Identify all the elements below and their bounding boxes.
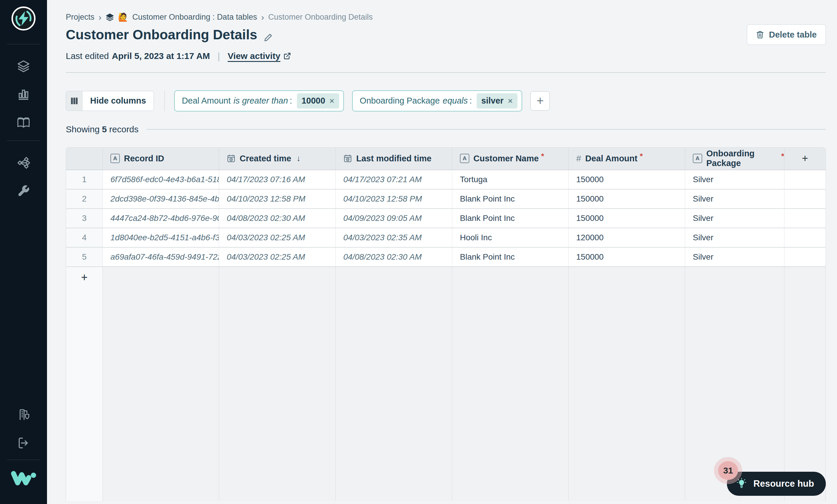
cell-last-modified[interactable]: 04/03/2023 02:35 AM	[335, 228, 452, 247]
cell-created-time[interactable]: 04/08/2023 02:30 AM	[219, 209, 335, 228]
remove-filter-icon[interactable]: ×	[508, 96, 513, 106]
remove-filter-icon[interactable]: ×	[329, 96, 335, 106]
table-row[interactable]: 1 6f7d586f-edc0-4e43-b6a1-518 04/17/2023…	[66, 170, 825, 189]
filter-chip-deal-amount[interactable]: Deal Amount is greater than : 10000 ×	[174, 90, 344, 111]
add-filter-button[interactable]: +	[530, 91, 550, 111]
trash-icon	[756, 30, 764, 39]
delete-table-button[interactable]: Delete table	[747, 24, 826, 45]
resource-hub-label: Resource hub	[753, 479, 814, 489]
add-row-button[interactable]: +	[66, 267, 103, 501]
column-header-last-modified[interactable]: Last modified time	[335, 148, 452, 170]
cell-last-modified[interactable]: 04/08/2023 02:30 AM	[335, 248, 452, 266]
cell-onboarding-package[interactable]: Silver	[685, 189, 784, 208]
column-header-onboarding-package[interactable]: A Onboarding Package *	[685, 148, 784, 170]
cell-last-modified[interactable]: 04/17/2023 07:21 AM	[335, 170, 452, 189]
required-icon: *	[640, 152, 643, 161]
resource-hub-button[interactable]: 31 Resource hub	[727, 472, 826, 496]
cell-created-time[interactable]: 04/10/2023 12:58 PM	[219, 189, 335, 208]
record-count-row: Showing 5 records	[66, 124, 826, 134]
filter-operator: equals	[443, 96, 467, 106]
app-logo[interactable]	[12, 6, 36, 31]
cell-created-time[interactable]: 04/03/2023 02:25 AM	[219, 228, 335, 247]
page-header: Customer Onboarding Details Delete table	[66, 27, 826, 43]
cell-deal-amount[interactable]: 150000	[568, 189, 685, 208]
view-activity-link[interactable]: View activity	[228, 51, 291, 61]
cell-last-modified[interactable]: 04/09/2023 09:05 AM	[335, 209, 452, 228]
cell-customer-name[interactable]: Blank Point Inc	[452, 248, 568, 266]
column-header-record-id[interactable]: A Record ID	[103, 148, 219, 170]
column-header-customer-name[interactable]: A Customer Name *	[452, 148, 568, 170]
empty-column-area	[103, 267, 219, 501]
sidebar-divider	[7, 44, 40, 44]
table-row[interactable]: 5 a69afa07-46fa-459d-9491-722 04/03/2023…	[66, 248, 825, 267]
hide-columns-button[interactable]: Hide columns	[66, 91, 154, 111]
notification-badge: 31	[718, 461, 738, 480]
hide-columns-label: Hide columns	[83, 91, 154, 111]
cell-onboarding-package[interactable]: Silver	[685, 170, 784, 189]
wrench-icon	[17, 185, 30, 198]
plus-icon: +	[81, 271, 88, 284]
cell-last-modified[interactable]: 04/10/2023 12:58 PM	[335, 189, 452, 208]
breadcrumb-project[interactable]: Customer Onboarding : Data tables	[132, 13, 257, 22]
column-header-created-time[interactable]: Created time ↓	[219, 148, 335, 170]
meta-row: Last edited April 5, 2023 at 1:17 AM | V…	[66, 51, 826, 62]
project-emoji: 🙋	[118, 12, 128, 22]
sidebar-item-reports[interactable]	[17, 88, 30, 101]
cell-deal-amount[interactable]: 120000	[568, 228, 685, 247]
sidebar-item-workflows[interactable]	[17, 156, 30, 170]
cell-customer-name[interactable]: Tortuga	[452, 170, 568, 189]
workflow86-logo[interactable]	[10, 470, 37, 488]
cell-record-id[interactable]: a69afa07-46fa-459d-9491-722	[103, 248, 219, 266]
calendar-clock-icon	[227, 154, 235, 163]
number-type-icon: #	[576, 153, 581, 163]
add-column-button[interactable]: +	[784, 148, 825, 170]
empty-column-area	[784, 267, 825, 501]
last-edited-value: April 5, 2023 at 1:17 AM	[112, 51, 210, 61]
filter-value: silver	[481, 96, 504, 106]
chevron-right-icon: ›	[261, 13, 264, 22]
cell-record-id[interactable]: 1d8040ee-b2d5-4151-a4b6-f3	[103, 228, 219, 247]
sidebar-item-datatables[interactable]	[17, 59, 30, 73]
data-table: A Record ID Created time ↓ Last modifi	[66, 147, 826, 501]
table-header-row: A Record ID Created time ↓ Last modifi	[66, 148, 825, 170]
edit-title-icon[interactable]	[264, 33, 272, 43]
filter-toolbar: Hide columns Deal Amount is greater than…	[66, 90, 826, 111]
record-count: 5	[102, 124, 107, 134]
sidebar-divider	[7, 141, 40, 141]
cell-empty	[784, 209, 825, 228]
cell-record-id[interactable]: 4447ca24-8b72-4bd6-976e-90	[103, 209, 219, 228]
cell-created-time[interactable]: 04/03/2023 02:25 AM	[219, 248, 335, 266]
sidebar-item-logout[interactable]	[17, 436, 30, 450]
last-edited-label: Last edited	[66, 51, 109, 61]
cell-deal-amount[interactable]: 150000	[568, 248, 685, 266]
log-out-icon	[17, 436, 30, 449]
filter-operator: is greater than	[233, 96, 288, 106]
required-icon: *	[541, 152, 544, 161]
cell-created-time[interactable]: 04/17/2023 07:16 AM	[219, 170, 335, 189]
cell-deal-amount[interactable]: 150000	[568, 209, 685, 228]
cell-record-id[interactable]: 6f7d586f-edc0-4e43-b6a1-518	[103, 170, 219, 189]
cell-onboarding-package[interactable]: Silver	[685, 209, 784, 228]
sidebar-item-library[interactable]	[17, 116, 30, 129]
row-number: 5	[66, 248, 103, 266]
sidebar-item-tools[interactable]	[17, 184, 30, 198]
sidebar-item-organization[interactable]	[17, 408, 30, 422]
filter-field: Deal Amount	[182, 96, 231, 106]
cell-onboarding-package[interactable]: Silver	[685, 228, 784, 247]
layers-icon	[17, 60, 30, 73]
cell-deal-amount[interactable]: 150000	[568, 170, 685, 189]
cell-customer-name[interactable]: Blank Point Inc	[452, 189, 568, 208]
column-label: Record ID	[124, 154, 164, 163]
lightbulb-icon	[736, 478, 747, 490]
table-row[interactable]: 3 4447ca24-8b72-4bd6-976e-90 04/08/2023 …	[66, 209, 825, 228]
cell-onboarding-package[interactable]: Silver	[685, 248, 784, 266]
cell-customer-name[interactable]: Blank Point Inc	[452, 209, 568, 228]
filter-colon: :	[290, 96, 292, 106]
filter-chip-onboarding-package[interactable]: Onboarding Package equals : silver ×	[352, 90, 522, 111]
cell-customer-name[interactable]: Hooli Inc	[452, 228, 568, 247]
table-row[interactable]: 2 2dcd398e-0f39-4136-845e-4b 04/10/2023 …	[66, 189, 825, 209]
cell-record-id[interactable]: 2dcd398e-0f39-4136-845e-4b	[103, 189, 219, 208]
breadcrumb-projects[interactable]: Projects	[66, 13, 94, 22]
column-header-deal-amount[interactable]: # Deal Amount *	[568, 148, 685, 170]
table-row[interactable]: 4 1d8040ee-b2d5-4151-a4b6-f3 04/03/2023 …	[66, 228, 825, 248]
